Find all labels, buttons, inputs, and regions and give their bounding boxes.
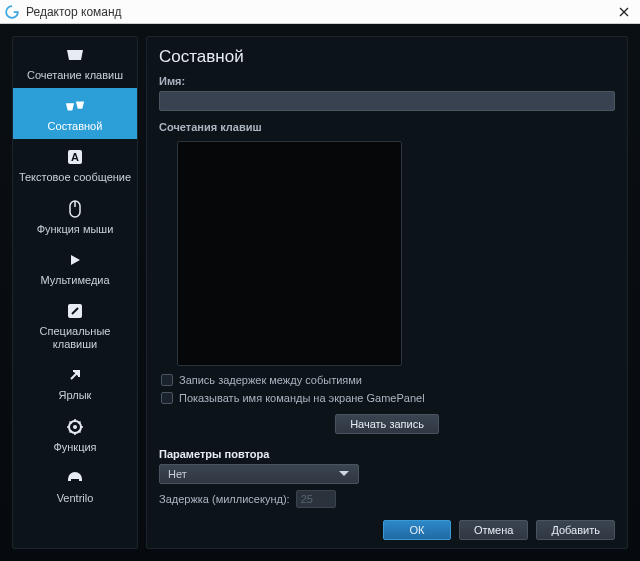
delay-label: Задержка (миллисекунд):: [159, 493, 290, 505]
show-name-label: Показывать имя команды на экране GamePan…: [179, 392, 425, 404]
name-field-row: Имя:: [159, 75, 615, 111]
sidebar-item-shortcut[interactable]: Ярлык: [13, 357, 137, 408]
chevron-down-icon: [338, 468, 350, 480]
sidebar-item-multi-key[interactable]: Составной: [13, 88, 137, 139]
keys-label: Сочетания клавиш: [159, 121, 615, 133]
record-delays-checkbox[interactable]: [161, 374, 173, 386]
show-name-checkbox[interactable]: [161, 392, 173, 404]
recording-area[interactable]: [177, 141, 402, 366]
sidebar-item-label: Мультимедиа: [40, 274, 109, 287]
sidebar-item-hotkeys[interactable]: Специальные клавиши: [13, 293, 137, 357]
repeat-select-value: Нет: [168, 468, 187, 480]
record-delays-label: Запись задержек между событиями: [179, 374, 362, 386]
sidebar: Сочетание клавиш Составной A Текстовое с…: [12, 36, 138, 549]
body: Сочетание клавиш Составной A Текстовое с…: [0, 24, 640, 561]
ok-button[interactable]: ОК: [383, 520, 451, 540]
start-record-button[interactable]: Начать запись: [335, 414, 439, 434]
sidebar-item-function[interactable]: Функция: [13, 409, 137, 460]
sidebar-item-label: Составной: [48, 120, 103, 133]
repeat-section-label: Параметры повтора: [159, 448, 615, 460]
close-button[interactable]: [612, 2, 636, 22]
delay-input[interactable]: [296, 490, 336, 508]
window-title: Редактор команд: [26, 5, 612, 19]
sidebar-item-key-combo[interactable]: Сочетание клавиш: [13, 37, 137, 88]
logo-icon: [4, 4, 20, 20]
sidebar-item-label: Функция: [53, 441, 96, 454]
sidebar-item-label: Ярлык: [59, 389, 92, 402]
cancel-button[interactable]: Отмена: [459, 520, 528, 540]
play-icon: [65, 250, 85, 270]
arrow-up-right-icon: [65, 365, 85, 385]
sidebar-item-label: Функция мыши: [37, 223, 114, 236]
titlebar: Редактор команд: [0, 0, 640, 24]
footer: ОК Отмена Добавить: [159, 520, 615, 540]
special-key-icon: [65, 301, 85, 321]
show-name-row: Показывать имя команды на экране GamePan…: [161, 392, 615, 404]
sidebar-item-mouse-function[interactable]: Функция мыши: [13, 191, 137, 242]
page-title: Составной: [159, 47, 615, 67]
record-delays-row: Запись задержек между событиями: [161, 374, 615, 386]
mouse-icon: [65, 199, 85, 219]
sidebar-item-label: Сочетание клавиш: [27, 69, 123, 82]
start-record-row: Начать запись: [159, 414, 615, 434]
sidebar-item-ventrilo[interactable]: Ventrilo: [13, 460, 137, 511]
svg-point-6: [73, 425, 77, 429]
keyboard-icon: [65, 45, 85, 65]
name-input[interactable]: [159, 91, 615, 111]
sidebar-item-text-block[interactable]: A Текстовое сообщение: [13, 139, 137, 190]
repeat-select[interactable]: Нет: [159, 464, 359, 484]
sidebar-item-label: Ventrilo: [57, 492, 94, 505]
sidebar-item-label: Текстовое сообщение: [19, 171, 131, 184]
delay-row: Задержка (миллисекунд):: [159, 490, 615, 508]
name-label: Имя:: [159, 75, 615, 87]
main-panel: Составной Имя: Сочетания клавиш Запись з…: [146, 36, 628, 549]
sidebar-item-media[interactable]: Мультимедиа: [13, 242, 137, 293]
sidebar-item-label: Специальные клавиши: [17, 325, 133, 351]
letter-a-icon: A: [65, 147, 85, 167]
svg-text:A: A: [71, 151, 79, 163]
multi-key-icon: [65, 96, 85, 116]
gear-icon: [65, 417, 85, 437]
add-button[interactable]: Добавить: [536, 520, 615, 540]
headset-icon: [65, 468, 85, 488]
